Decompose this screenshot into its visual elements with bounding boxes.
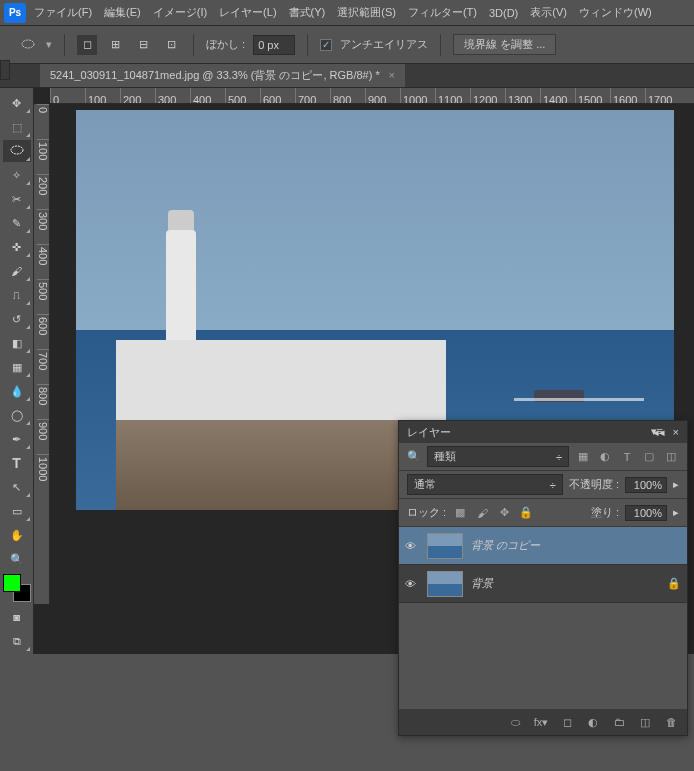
layer-filter-select[interactable]: 種類÷ [427, 446, 569, 467]
chevron-down-icon[interactable]: ▾ [46, 38, 52, 51]
lock-label: ロック : [407, 505, 446, 520]
layer-group-icon[interactable]: 🗀 [611, 714, 627, 730]
dodge-tool[interactable]: ◯ [3, 404, 31, 426]
color-swatches[interactable] [3, 574, 31, 602]
filter-type-icon[interactable]: T [619, 449, 635, 465]
brush-tool[interactable]: 🖌 [3, 260, 31, 282]
filter-smart-icon[interactable]: ◫ [663, 449, 679, 465]
foreground-color-swatch[interactable] [3, 574, 21, 592]
layer-mask-icon[interactable]: ◻ [559, 714, 575, 730]
layer-row[interactable]: 👁 背景 🔒 [399, 565, 687, 603]
document-tab-title: 5241_030911_104871med.jpg @ 33.3% (背景 のコ… [50, 69, 380, 81]
menu-bar: Ps ファイル(F) 編集(E) イメージ(I) レイヤー(L) 書式(Y) 選… [0, 0, 694, 26]
close-tab-icon[interactable]: × [389, 69, 395, 81]
zoom-tool[interactable]: 🔍 [3, 548, 31, 570]
layer-fx-icon[interactable]: fx▾ [533, 714, 549, 730]
panel-menu-icon[interactable]: ▾≡ [651, 425, 663, 438]
layers-panel-title[interactable]: レイヤー [407, 425, 451, 440]
layers-panel: レイヤー ◂◂ × 🔍 種類÷ ▦ ◐ T ▢ ◫ 通常÷ 不透明度 : ▸ ロ… [398, 420, 688, 736]
marquee-tool[interactable]: ⬚ [3, 116, 31, 138]
menu-file[interactable]: ファイル(F) [34, 5, 92, 20]
svg-point-0 [22, 40, 34, 48]
quickmask-toggle[interactable]: ◙ [3, 606, 31, 628]
crop-tool[interactable]: ✂ [3, 188, 31, 210]
visibility-toggle-icon[interactable]: 👁 [405, 578, 419, 590]
document-tab-bar: 5241_030911_104871med.jpg @ 33.3% (背景 のコ… [0, 64, 694, 88]
fill-input[interactable] [625, 505, 667, 521]
app-logo: Ps [4, 3, 26, 23]
layer-thumbnail[interactable] [427, 571, 463, 597]
image-lighthouse [166, 230, 196, 350]
panel-close-icon[interactable]: × [673, 426, 679, 439]
menu-edit[interactable]: 編集(E) [104, 5, 141, 20]
feather-label: ぼかし : [206, 37, 245, 52]
document-tab[interactable]: 5241_030911_104871med.jpg @ 33.3% (背景 のコ… [40, 63, 405, 87]
link-layers-icon[interactable]: ⬭ [507, 714, 523, 730]
lasso-tool[interactable] [3, 140, 31, 162]
type-tool[interactable]: T [3, 452, 31, 474]
lasso-preset-icon[interactable] [18, 35, 38, 55]
blur-tool[interactable]: 💧 [3, 380, 31, 402]
svg-point-1 [11, 146, 23, 154]
feather-input[interactable] [253, 35, 295, 55]
collapsed-panel-handle[interactable] [0, 60, 10, 80]
chevron-down-icon[interactable]: ▸ [673, 506, 679, 519]
selection-add-icon[interactable]: ⊞ [105, 35, 125, 55]
vertical-ruler[interactable]: 01002003004005006007008009001000 [34, 104, 50, 604]
menu-image[interactable]: イメージ(I) [153, 5, 207, 20]
opacity-label: 不透明度 : [569, 477, 619, 492]
opacity-input[interactable] [625, 477, 667, 493]
search-icon[interactable]: 🔍 [407, 450, 421, 463]
layer-thumbnail[interactable] [427, 533, 463, 559]
chevron-down-icon[interactable]: ▸ [673, 478, 679, 491]
lock-icon: 🔒 [667, 577, 681, 590]
pen-tool[interactable]: ✒ [3, 428, 31, 450]
heal-tool[interactable]: ✜ [3, 236, 31, 258]
history-brush-tool[interactable]: ↺ [3, 308, 31, 330]
menu-view[interactable]: 表示(V) [530, 5, 567, 20]
fill-label: 塗り : [591, 505, 619, 520]
lock-all-icon[interactable]: 🔒 [518, 505, 534, 521]
filter-adjust-icon[interactable]: ◐ [597, 449, 613, 465]
gradient-tool[interactable]: ▦ [3, 356, 31, 378]
lock-pixels-icon[interactable]: 🖌 [474, 505, 490, 521]
antialias-checkbox[interactable]: ✓ [320, 39, 332, 51]
menu-filter[interactable]: フィルター(T) [408, 5, 477, 20]
adjustment-layer-icon[interactable]: ◐ [585, 714, 601, 730]
layer-name[interactable]: 背景 [471, 576, 493, 591]
filter-pixel-icon[interactable]: ▦ [575, 449, 591, 465]
options-bar: ▾ ◻ ⊞ ⊟ ⊡ ぼかし : ✓ アンチエイリアス 境界線 を調整 ... [0, 26, 694, 64]
layer-row[interactable]: 👁 背景 のコピー [399, 527, 687, 565]
screenmode-toggle[interactable]: ⧉ [3, 630, 31, 652]
horizontal-ruler[interactable]: 0100200300400500600700800900100011001200… [50, 88, 694, 104]
antialias-label: アンチエイリアス [340, 37, 428, 52]
delete-layer-icon[interactable]: 🗑 [663, 714, 679, 730]
stamp-tool[interactable]: ⎍ [3, 284, 31, 306]
menu-type[interactable]: 書式(Y) [289, 5, 326, 20]
menu-window[interactable]: ウィンドウ(W) [579, 5, 652, 20]
selection-new-icon[interactable]: ◻ [77, 35, 97, 55]
layers-panel-footer: ⬭ fx▾ ◻ ◐ 🗀 ◫ 🗑 [399, 709, 687, 735]
wand-tool[interactable]: ✧ [3, 164, 31, 186]
filter-shape-icon[interactable]: ▢ [641, 449, 657, 465]
tool-palette: ✥ ⬚ ✧ ✂ ✎ ✜ 🖌 ⎍ ↺ ◧ ▦ 💧 ◯ ✒ T ↖ ▭ ✋ 🔍 ◙ … [0, 88, 34, 654]
layer-name[interactable]: 背景 のコピー [471, 538, 540, 553]
blend-mode-select[interactable]: 通常÷ [407, 474, 563, 495]
visibility-toggle-icon[interactable]: 👁 [405, 540, 419, 552]
hand-tool[interactable]: ✋ [3, 524, 31, 546]
path-tool[interactable]: ↖ [3, 476, 31, 498]
lock-position-icon[interactable]: ✥ [496, 505, 512, 521]
new-layer-icon[interactable]: ◫ [637, 714, 653, 730]
menu-layer[interactable]: レイヤー(L) [219, 5, 276, 20]
refine-edge-button[interactable]: 境界線 を調整 ... [453, 34, 556, 55]
eraser-tool[interactable]: ◧ [3, 332, 31, 354]
image-wake [514, 398, 644, 401]
eyedropper-tool[interactable]: ✎ [3, 212, 31, 234]
lock-transparency-icon[interactable]: ▩ [452, 505, 468, 521]
shape-tool[interactable]: ▭ [3, 500, 31, 522]
menu-select[interactable]: 選択範囲(S) [337, 5, 396, 20]
selection-intersect-icon[interactable]: ⊡ [161, 35, 181, 55]
menu-3d[interactable]: 3D(D) [489, 7, 518, 19]
move-tool[interactable]: ✥ [3, 92, 31, 114]
selection-sub-icon[interactable]: ⊟ [133, 35, 153, 55]
